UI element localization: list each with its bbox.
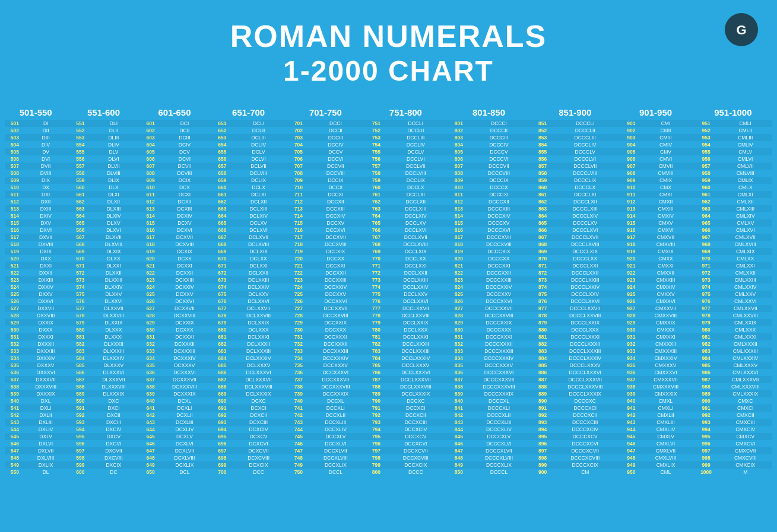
roman-cell: DCCCXLI xyxy=(469,404,529,412)
roman-cell: DCLXVIII xyxy=(232,241,285,248)
roman-cell: CMLXXXV xyxy=(719,362,772,369)
number-cell: 721 xyxy=(288,262,309,269)
number-cell: 815 xyxy=(449,219,469,227)
roman-cell: DCCCLXI xyxy=(553,191,617,198)
roman-cell: DXXI xyxy=(25,262,66,269)
roman-cell: CMXXVI xyxy=(641,298,690,305)
table-container: 501-550551-600601-650651-700701-750751-8… xyxy=(0,99,777,482)
number-cell: 810 xyxy=(449,184,469,191)
roman-cell: CMLXIV xyxy=(719,212,772,219)
roman-cell: DCCCXCVII xyxy=(553,447,617,454)
number-cell: 630 xyxy=(141,326,161,333)
number-cell: 566 xyxy=(70,227,90,234)
roman-cell: DCCCLXX xyxy=(553,255,617,262)
number-cell: 620 xyxy=(141,255,161,262)
table-row: 542DXLII592DXCII642DCXLII692DCXCII742DCC… xyxy=(5,412,772,419)
table-row: 516DXVI566DLXVI616DCXVI666DCLXVI716DCCXV… xyxy=(5,227,772,234)
table-row: 540DXL590DXC640DCXL690DCXC740DCCXL790DCC… xyxy=(5,397,772,404)
roman-cell: DCXI xyxy=(161,191,209,198)
number-cell: 573 xyxy=(70,276,90,283)
roman-cell: DCII xyxy=(161,127,209,134)
number-cell: 742 xyxy=(288,412,309,419)
roman-cell: DCXLVIII xyxy=(161,454,209,461)
number-cell: 661 xyxy=(212,191,232,198)
roman-cell: DLII xyxy=(90,127,137,134)
roman-cell: DCXC xyxy=(232,397,285,404)
table-row: 544DXLIV594DXCIV644DCXLIV694DCXCIV744DCC… xyxy=(5,426,772,433)
number-cell: 837 xyxy=(449,376,469,383)
table-row: 550DL600DC650DCL700DCC750DCCL800DCCC850D… xyxy=(5,469,772,476)
roman-cell: DCCCXXX xyxy=(469,326,529,333)
number-cell: 584 xyxy=(70,355,90,362)
number-cell: 686 xyxy=(212,369,232,376)
table-row: 518DXVIII568DLXVIII618DCXVIII668DCLXVIII… xyxy=(5,241,772,248)
number-cell: 582 xyxy=(70,340,90,348)
roman-cell: DXLII xyxy=(25,412,66,419)
number-cell: 589 xyxy=(70,390,90,397)
number-cell: 644 xyxy=(141,426,161,433)
roman-cell: DCLIV xyxy=(232,141,285,148)
roman-cell: CMXI xyxy=(641,191,690,198)
number-cell: 567 xyxy=(70,234,90,241)
roman-cell: DCCXXXV xyxy=(309,362,363,369)
roman-cell: DCLXXV xyxy=(232,291,285,298)
number-cell: 807 xyxy=(449,163,469,170)
roman-cell: CMI xyxy=(641,120,690,127)
roman-cell: DLXIV xyxy=(90,212,137,219)
column-header-8: 901-950 xyxy=(621,105,690,120)
roman-cell: DCCCII xyxy=(469,127,529,134)
roman-cell: DCCCLXXXVII xyxy=(553,376,617,383)
roman-cell: CMLXVIII xyxy=(719,241,772,248)
number-cell: 885 xyxy=(532,362,553,369)
roman-cell: DCCLXXXV xyxy=(386,362,445,369)
roman-cell: CMXII xyxy=(641,198,690,205)
table-row: 549DXLIX599DXCIX649DCXLIX699DCXCIX749DCC… xyxy=(5,461,772,469)
number-cell: 988 xyxy=(694,383,719,390)
roman-cell: DLV xyxy=(90,148,137,155)
roman-cell: DLVIII xyxy=(90,170,137,177)
roman-cell: DCCXXIII xyxy=(309,276,363,283)
number-cell: 577 xyxy=(70,305,90,312)
roman-cell: DCCLXXIII xyxy=(386,276,445,283)
number-cell: 848 xyxy=(449,454,469,461)
roman-cell: DXXXIV xyxy=(25,355,66,362)
number-cell: 768 xyxy=(366,241,386,248)
roman-cell: CMXL xyxy=(641,397,690,404)
roman-cell: DXXV xyxy=(25,291,66,298)
table-row: 513DXIII563DLXIII613DCXIII663DCLXIII713D… xyxy=(5,205,772,212)
number-cell: 665 xyxy=(212,219,232,227)
number-cell: 655 xyxy=(212,148,232,155)
table-row: 546DXLVI596DXCVI646DCXLVI696DCXCVI746DCC… xyxy=(5,440,772,447)
number-cell: 530 xyxy=(5,326,25,333)
roman-cell: CMLXXXVII xyxy=(719,376,772,383)
roman-cell: DCXXVI xyxy=(161,298,209,305)
roman-cell: CMXLIX xyxy=(641,461,690,469)
number-cell: 596 xyxy=(70,440,90,447)
roman-cell: DCXIX xyxy=(161,248,209,255)
roman-cell: DLI xyxy=(90,120,137,127)
number-cell: 857 xyxy=(532,163,553,170)
roman-cell: DLXXIV xyxy=(90,283,137,291)
number-cell: 556 xyxy=(70,155,90,163)
number-cell: 637 xyxy=(141,376,161,383)
roman-cell: CMXXVII xyxy=(641,305,690,312)
roman-cell: DXLI xyxy=(25,404,66,412)
roman-cell: DCXLIV xyxy=(161,426,209,433)
roman-cell: DCCXXXIII xyxy=(309,348,363,355)
number-cell: 597 xyxy=(70,447,90,454)
number-cell: 730 xyxy=(288,326,309,333)
roman-cell: DCCCLXVII xyxy=(553,234,617,241)
number-cell: 636 xyxy=(141,369,161,376)
number-cell: 731 xyxy=(288,333,309,340)
roman-cell: DXXX xyxy=(25,326,66,333)
number-cell: 750 xyxy=(288,469,309,476)
roman-cell: CMV xyxy=(641,148,690,155)
roman-cell: DCXIV xyxy=(161,212,209,219)
number-cell: 706 xyxy=(288,155,309,163)
number-cell: 876 xyxy=(532,298,553,305)
roman-cell: DCCXXXIX xyxy=(309,390,363,397)
roman-cell: DCCXLVII xyxy=(309,447,363,454)
roman-cell: DCCLXXXIX xyxy=(386,390,445,397)
number-cell: 516 xyxy=(5,227,25,234)
roman-cell: DXCIX xyxy=(90,461,137,469)
